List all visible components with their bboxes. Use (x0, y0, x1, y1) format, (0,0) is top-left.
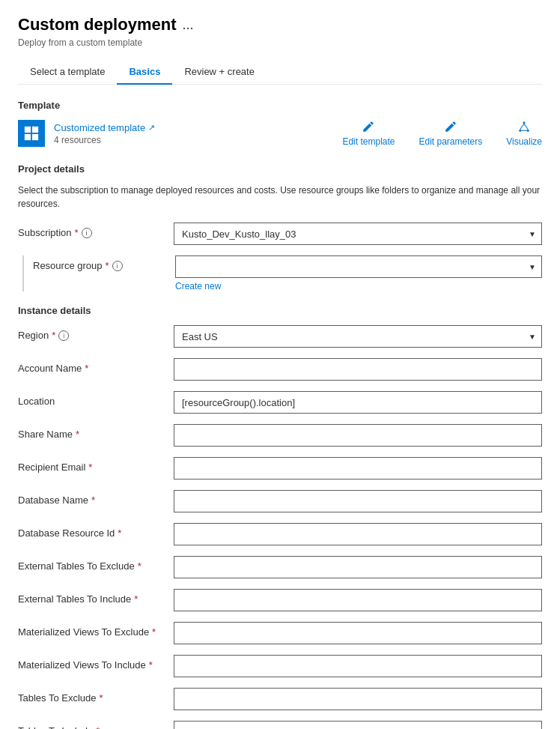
svg-rect-0 (25, 127, 31, 133)
create-new-link[interactable]: Create new (175, 281, 542, 291)
resource-group-select-wrapper: ▼ (175, 255, 542, 278)
share-name-label: Share Name * (18, 424, 168, 440)
template-grid-icon (23, 125, 40, 142)
subscription-required-marker: * (75, 227, 79, 238)
tab-review-create[interactable]: Review + create (172, 60, 267, 85)
materialized-views-exclude-label: Materialized Views To Exclude * (18, 622, 168, 638)
location-input[interactable] (174, 391, 542, 414)
visualize-icon (517, 120, 531, 133)
account-name-control (174, 358, 542, 381)
materialized-views-include-row: Materialized Views To Include * (18, 655, 542, 677)
account-name-label: Account Name * (18, 358, 168, 374)
tab-select-template[interactable]: Select a template (18, 60, 117, 85)
region-label: Region * i (18, 325, 168, 341)
account-name-input[interactable] (174, 358, 542, 381)
database-name-required-marker: * (91, 494, 95, 506)
resource-group-control: ▼ Create new (175, 255, 542, 291)
account-name-row: Account Name * (18, 358, 542, 381)
external-tables-exclude-input[interactable] (174, 556, 542, 578)
svg-rect-1 (32, 127, 38, 133)
location-row: Location (18, 391, 542, 414)
svg-line-8 (524, 124, 528, 130)
tables-include-control (174, 721, 542, 729)
subscription-select-wrapper: Kusto_Dev_Kusto_llay_03 ▼ (174, 223, 542, 245)
tab-basics[interactable]: Basics (117, 60, 172, 85)
tables-exclude-input[interactable] (174, 688, 542, 710)
resource-group-label: Resource group * i (33, 255, 169, 271)
tables-exclude-row: Tables To Exclude * (18, 688, 542, 710)
recipient-email-control (174, 457, 542, 480)
edit-parameters-icon (444, 120, 457, 133)
materialized-views-exclude-input[interactable] (174, 622, 542, 644)
share-name-required-marker: * (76, 429, 79, 440)
external-link-icon: ↗ (148, 123, 155, 133)
materialized-views-exclude-control (174, 622, 542, 644)
resource-group-info-icon[interactable]: i (112, 261, 123, 271)
region-row: Region * i East US ▼ (18, 325, 542, 348)
external-tables-include-required-marker: * (134, 593, 138, 605)
region-required-marker: * (52, 330, 55, 341)
external-tables-exclude-required-marker: * (138, 560, 141, 572)
region-select[interactable]: East US (174, 325, 542, 348)
visualize-button[interactable]: Visualize (506, 120, 542, 147)
external-tables-include-label: External Tables To Include * (18, 589, 168, 605)
svg-rect-3 (32, 134, 38, 140)
template-icon (18, 120, 45, 147)
tables-include-input[interactable] (174, 721, 542, 729)
database-resource-id-row: Database Resource Id * (18, 523, 542, 545)
materialized-views-include-required-marker: * (149, 659, 153, 671)
template-row: Customized template ↗ 4 resources Edit t… (18, 120, 542, 147)
materialized-views-include-input[interactable] (174, 655, 542, 677)
recipient-email-input[interactable] (174, 457, 542, 480)
database-name-control (174, 490, 542, 512)
subscription-info-icon[interactable]: i (82, 228, 92, 238)
database-resource-id-label: Database Resource Id * (18, 523, 168, 539)
external-tables-exclude-row: External Tables To Exclude * (18, 556, 542, 578)
database-name-row: Database Name * (18, 490, 542, 512)
page-subtitle: Deploy from a custom template (18, 37, 542, 48)
share-name-control (174, 424, 542, 447)
materialized-views-include-label: Materialized Views To Include * (18, 655, 168, 671)
external-tables-exclude-label: External Tables To Exclude * (18, 556, 168, 572)
materialized-views-exclude-required-marker: * (152, 626, 156, 638)
svg-rect-2 (25, 134, 31, 140)
database-name-input[interactable] (174, 490, 542, 512)
tables-exclude-required-marker: * (100, 692, 103, 704)
template-name-link[interactable]: Customized template ↗ (54, 122, 333, 133)
ellipsis-menu-icon[interactable]: ... (182, 17, 193, 33)
region-info-icon[interactable]: i (58, 330, 69, 341)
project-details-description: Select the subscription to manage deploy… (18, 184, 542, 211)
subscription-select[interactable]: Kusto_Dev_Kusto_llay_03 (174, 223, 542, 245)
database-resource-id-required-marker: * (118, 527, 121, 539)
database-resource-id-input[interactable] (174, 523, 542, 545)
template-section-title: Template (18, 100, 542, 111)
database-name-label: Database Name * (18, 490, 168, 506)
tables-include-label: Tables To Include * (18, 721, 168, 729)
edit-template-button[interactable]: Edit template (342, 120, 395, 147)
external-tables-include-row: External Tables To Include * (18, 589, 542, 611)
resource-group-select[interactable] (175, 255, 542, 278)
template-info: Customized template ↗ 4 resources (54, 122, 333, 145)
tables-include-required-marker: * (96, 725, 100, 729)
subscription-label: Subscription * i (18, 223, 168, 238)
project-details-title: Project details (18, 163, 542, 175)
recipient-email-label: Recipient Email * (18, 457, 168, 473)
tables-exclude-control (174, 688, 542, 710)
tables-exclude-label: Tables To Exclude * (18, 688, 168, 704)
location-control (174, 391, 542, 414)
subscription-row: Subscription * i Kusto_Dev_Kusto_llay_03… (18, 223, 542, 245)
materialized-views-exclude-row: Materialized Views To Exclude * (18, 622, 542, 644)
tab-bar: Select a template Basics Review + create (18, 60, 542, 85)
svg-point-4 (523, 121, 526, 124)
instance-details-title: Instance details (18, 305, 542, 316)
database-resource-id-control (174, 523, 542, 545)
page-title: Custom deployment (18, 15, 176, 34)
resource-group-required-marker: * (106, 260, 109, 271)
external-tables-exclude-control (174, 556, 542, 578)
share-name-input[interactable] (174, 424, 542, 447)
template-actions: Edit template Edit parameters Visualize (342, 120, 542, 147)
edit-parameters-button[interactable]: Edit parameters (419, 120, 482, 147)
svg-line-7 (520, 124, 524, 130)
external-tables-include-input[interactable] (174, 589, 542, 611)
template-resources: 4 resources (54, 135, 333, 145)
